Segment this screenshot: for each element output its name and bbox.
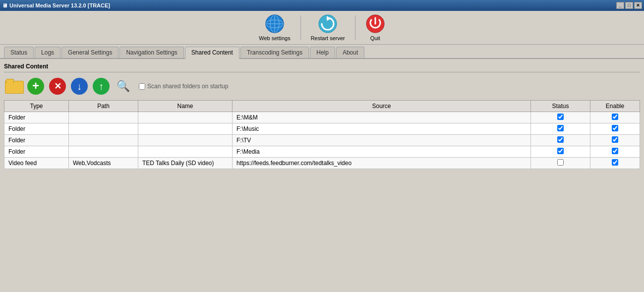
tabs-container: Status Logs General Settings Navigation … bbox=[0, 45, 644, 59]
tab-logs[interactable]: Logs bbox=[35, 47, 60, 58]
app-icon: 🖥 bbox=[2, 2, 7, 8]
main-window: Web settings Restart server bbox=[0, 11, 644, 292]
table-row[interactable]: FolderF:\TV bbox=[4, 135, 640, 146]
cell-name bbox=[138, 123, 233, 135]
table-row[interactable]: Video feedWeb,VodcastsTED Talks Daily (S… bbox=[4, 158, 640, 169]
window-title: Universal Media Server 13.2.0 [TRACE] bbox=[9, 2, 110, 8]
x-icon bbox=[49, 78, 66, 95]
search-button[interactable] bbox=[113, 76, 133, 96]
cell-status[interactable] bbox=[531, 123, 590, 135]
shared-content-table: Type Path Name Source Status Enable Fold… bbox=[4, 100, 640, 169]
col-header-path: Path bbox=[69, 101, 138, 112]
move-up-button[interactable] bbox=[91, 76, 111, 96]
cell-type: Video feed bbox=[4, 158, 69, 169]
cell-type: Folder bbox=[4, 135, 69, 146]
enable-checkbox[interactable] bbox=[612, 136, 618, 143]
cell-enable[interactable] bbox=[590, 158, 640, 169]
quit-label: Quit bbox=[370, 35, 380, 41]
add-button[interactable] bbox=[26, 76, 46, 96]
tab-general-settings[interactable]: General Settings bbox=[61, 47, 118, 58]
cell-type: Folder bbox=[4, 146, 69, 158]
cell-status[interactable] bbox=[531, 135, 590, 146]
scan-label-text: Scan shared folders on startup bbox=[147, 83, 228, 90]
plus-icon bbox=[27, 78, 44, 95]
down-arrow-icon bbox=[71, 78, 88, 95]
enable-checkbox[interactable] bbox=[612, 114, 618, 120]
folder-icon bbox=[5, 79, 23, 94]
toolbar: Web settings Restart server bbox=[0, 11, 644, 45]
cell-source: E:\M&M bbox=[233, 112, 531, 123]
cell-source: https://feeds.feedburner.com/tedtalks_vi… bbox=[233, 158, 531, 169]
up-arrow-icon bbox=[93, 78, 110, 95]
cell-source: F:\Media bbox=[233, 146, 531, 158]
maximize-button[interactable]: □ bbox=[625, 2, 633, 9]
quit-button[interactable]: Quit bbox=[365, 14, 385, 41]
cell-enable[interactable] bbox=[590, 135, 640, 146]
web-settings-label: Web settings bbox=[259, 35, 290, 41]
minimize-button[interactable]: _ bbox=[616, 2, 624, 9]
tab-about[interactable]: About bbox=[336, 47, 364, 58]
col-header-type: Type bbox=[4, 101, 69, 112]
cell-type: Folder bbox=[4, 112, 69, 123]
power-icon bbox=[365, 14, 385, 34]
table-row[interactable]: FolderE:\M&M bbox=[4, 112, 640, 123]
tab-navigation-settings[interactable]: Navigation Settings bbox=[119, 47, 183, 58]
status-checkbox[interactable] bbox=[557, 148, 564, 154]
cell-path bbox=[69, 123, 138, 135]
cell-type: Folder bbox=[4, 123, 69, 135]
remove-button[interactable] bbox=[48, 76, 67, 96]
cell-path bbox=[69, 146, 138, 158]
cell-name: TED Talks Daily (SD video) bbox=[138, 158, 233, 169]
tab-status[interactable]: Status bbox=[4, 47, 34, 58]
restart-server-label: Restart server bbox=[311, 35, 345, 41]
scan-checkbox[interactable] bbox=[139, 83, 145, 90]
cell-status[interactable] bbox=[531, 112, 590, 123]
status-checkbox[interactable] bbox=[557, 159, 564, 166]
globe-icon bbox=[265, 14, 285, 34]
col-header-name: Name bbox=[138, 101, 233, 112]
cell-enable[interactable] bbox=[590, 112, 640, 123]
close-button[interactable]: ✕ bbox=[634, 2, 642, 9]
enable-checkbox[interactable] bbox=[612, 148, 618, 154]
cell-enable[interactable] bbox=[590, 146, 640, 158]
col-header-source: Source bbox=[233, 101, 531, 112]
cell-enable[interactable] bbox=[590, 123, 640, 135]
title-bar: 🖥 Universal Media Server 13.2.0 [TRACE] … bbox=[0, 0, 644, 11]
title-bar-controls: _ □ ✕ bbox=[616, 2, 642, 9]
cell-source: F:\Music bbox=[233, 123, 531, 135]
toolbar-sep-2 bbox=[355, 15, 355, 40]
cell-path bbox=[69, 135, 138, 146]
status-checkbox[interactable] bbox=[557, 136, 564, 143]
cell-name bbox=[138, 135, 233, 146]
cell-name bbox=[138, 146, 233, 158]
table-row[interactable]: FolderF:\Music bbox=[4, 123, 640, 135]
enable-checkbox[interactable] bbox=[612, 159, 618, 166]
status-checkbox[interactable] bbox=[557, 125, 564, 131]
cell-status[interactable] bbox=[531, 158, 590, 169]
add-folder-button[interactable] bbox=[4, 76, 24, 96]
cell-status[interactable] bbox=[531, 146, 590, 158]
title-bar-left: 🖥 Universal Media Server 13.2.0 [TRACE] bbox=[2, 2, 110, 8]
table-header-row: Type Path Name Source Status Enable bbox=[4, 101, 640, 112]
move-down-button[interactable] bbox=[69, 76, 89, 96]
cell-source: F:\TV bbox=[233, 135, 531, 146]
tab-transcoding-settings[interactable]: Transcoding Settings bbox=[240, 47, 309, 58]
table-row[interactable]: FolderF:\Media bbox=[4, 146, 640, 158]
col-header-status: Status bbox=[531, 101, 590, 112]
content-area: Shared Content bbox=[0, 59, 644, 292]
status-checkbox[interactable] bbox=[557, 114, 564, 120]
web-settings-button[interactable]: Web settings bbox=[259, 14, 290, 41]
tab-help[interactable]: Help bbox=[310, 47, 335, 58]
cell-name bbox=[138, 112, 233, 123]
enable-checkbox[interactable] bbox=[612, 125, 618, 131]
restart-server-button[interactable]: Restart server bbox=[311, 14, 345, 41]
scan-label[interactable]: Scan shared folders on startup bbox=[139, 83, 228, 90]
cell-path bbox=[69, 112, 138, 123]
action-buttons: Scan shared folders on startup bbox=[4, 76, 640, 96]
cell-path: Web,Vodcasts bbox=[69, 158, 138, 169]
restart-icon bbox=[318, 14, 338, 34]
tab-shared-content[interactable]: Shared Content bbox=[185, 47, 239, 59]
toolbar-sep-1 bbox=[300, 15, 301, 40]
search-icon bbox=[115, 78, 131, 95]
section-title: Shared Content bbox=[4, 63, 640, 72]
